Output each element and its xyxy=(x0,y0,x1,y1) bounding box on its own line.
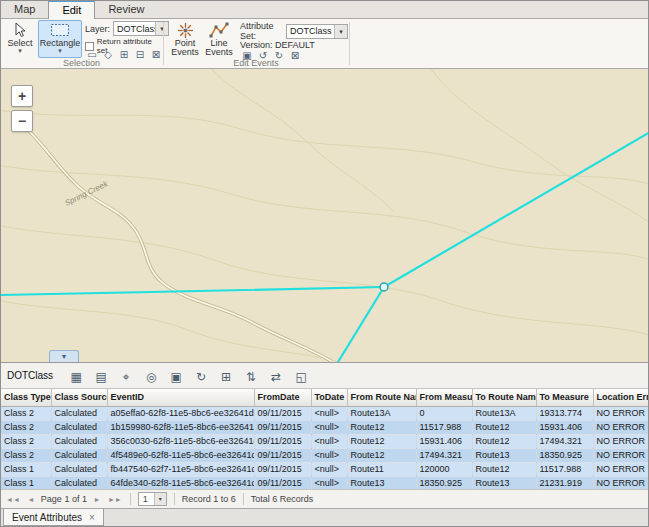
table-cell[interactable]: <null> xyxy=(311,406,347,420)
column-header[interactable]: Class Source xyxy=(51,389,107,406)
last-page-button[interactable]: ►► xyxy=(107,492,123,506)
table-row[interactable]: Class 2Calculated1b159980-62f8-11e5-8bc6… xyxy=(1,420,648,434)
table-cell[interactable]: 11517.988 xyxy=(536,462,593,476)
table-cell[interactable]: Class 2 xyxy=(1,434,51,448)
zoom-to-selection-icon[interactable]: ⌖ xyxy=(117,367,135,385)
table-cell[interactable]: 15931.406 xyxy=(416,434,472,448)
tab-edit[interactable]: Edit xyxy=(48,0,95,19)
table-cell[interactable]: Route12 xyxy=(472,462,536,476)
table-cell[interactable]: Route12 xyxy=(347,448,416,462)
column-header[interactable]: To Route Name xyxy=(472,389,536,406)
table-cell[interactable]: 17494.321 xyxy=(416,448,472,462)
route-line-south[interactable] xyxy=(338,287,384,362)
table-cell[interactable]: Route11 xyxy=(347,462,416,476)
column-header[interactable]: Location Error xyxy=(593,389,648,406)
table-cell[interactable]: 15931.406 xyxy=(536,420,593,434)
table-cell[interactable]: Class 1 xyxy=(1,462,51,476)
rectangle-select-button[interactable]: Rectangle ▾ xyxy=(38,20,82,58)
table-cell[interactable]: Route13A xyxy=(472,406,536,420)
table-cell[interactable]: Route12 xyxy=(347,420,416,434)
table-row[interactable]: Class 2Calculated356c0030-62f8-11e5-8bc6… xyxy=(1,434,648,448)
attribute-set-dropdown[interactable]: DOTClass ▾ xyxy=(286,24,348,39)
map-canvas[interactable]: Spring Creek + − ▼ xyxy=(1,69,648,362)
table-cell[interactable]: 09/11/2015 xyxy=(254,434,311,448)
table-cell[interactable]: 09/11/2015 xyxy=(254,476,311,490)
column-header[interactable]: EventID xyxy=(107,389,254,406)
column-header[interactable]: Class Type xyxy=(1,389,51,406)
table-cell[interactable]: 09/11/2015 xyxy=(254,448,311,462)
table-cell[interactable]: 4f5489e0-62f8-11e5-8bc6-ee32641d5ec9 xyxy=(107,448,254,462)
refresh-icon[interactable]: ↻ xyxy=(192,367,210,385)
table-cell[interactable]: Class 2 xyxy=(1,420,51,434)
column-header[interactable]: FromDate xyxy=(254,389,311,406)
table-cell[interactable]: <null> xyxy=(311,476,347,490)
table-cell[interactable]: 09/11/2015 xyxy=(254,420,311,434)
table-cell[interactable]: <null> xyxy=(311,420,347,434)
layer-dropdown[interactable]: DOTClass ▾ xyxy=(113,21,169,36)
tab-review[interactable]: Review xyxy=(95,1,157,18)
table-cell[interactable]: Route13 xyxy=(347,476,416,490)
table-cell[interactable]: NO ERROR xyxy=(593,420,648,434)
column-header[interactable]: From Route Name xyxy=(347,389,416,406)
column-header[interactable]: ToDate xyxy=(311,389,347,406)
table-cell[interactable]: NO ERROR xyxy=(593,476,648,490)
table-cell[interactable]: Calculated xyxy=(51,406,107,420)
table-cell[interactable]: fb447540-62f7-11e5-8bc6-ee32641d5ec9 xyxy=(107,462,254,476)
route-line-west[interactable] xyxy=(1,287,384,295)
table-cell[interactable]: 21231.919 xyxy=(536,476,593,490)
pan-to-selection-icon[interactable]: ◎ xyxy=(142,367,160,385)
table-cell[interactable]: Calculated xyxy=(51,462,107,476)
select-button[interactable]: Select ▾ xyxy=(4,20,36,58)
table-cell[interactable]: 356c0030-62f8-11e5-8bc6-ee32641d5ec9 xyxy=(107,434,254,448)
table-cell[interactable]: NO ERROR xyxy=(593,434,648,448)
table-cell[interactable]: 120000 xyxy=(416,462,472,476)
page-number-spinner[interactable]: 1 ▾ xyxy=(138,492,167,506)
table-cell[interactable]: <null> xyxy=(311,462,347,476)
table-cell[interactable]: Calculated xyxy=(51,448,107,462)
table-cell[interactable]: 11517.988 xyxy=(416,420,472,434)
table-cell[interactable]: 17494.321 xyxy=(536,434,593,448)
route-line-northeast[interactable] xyxy=(384,132,648,287)
table-cell[interactable]: 18350.925 xyxy=(536,448,593,462)
table-cell[interactable]: 09/11/2015 xyxy=(254,462,311,476)
table-row[interactable]: Class 1Calculatedfb447540-62f7-11e5-8bc6… xyxy=(1,462,648,476)
table-cell[interactable]: Calculated xyxy=(51,420,107,434)
previous-page-button[interactable]: ◄ xyxy=(24,492,38,506)
column-header[interactable]: To Measure xyxy=(536,389,593,406)
switch-view-icon[interactable]: ⇄ xyxy=(267,367,285,385)
table-cell[interactable]: 0 xyxy=(416,406,472,420)
panel-collapse-button[interactable]: ▼ xyxy=(49,350,79,362)
table-row[interactable]: Class 2Calculateda05effa0-62f8-11e5-8bc6… xyxy=(1,406,648,420)
table-cell[interactable]: 1b159980-62f8-11e5-8bc6-ee32641d5ec9 xyxy=(107,420,254,434)
table-cell[interactable]: Route12 xyxy=(472,434,536,448)
zoom-out-button[interactable]: − xyxy=(11,110,33,132)
table-cell[interactable]: NO ERROR xyxy=(593,462,648,476)
line-events-button[interactable]: Line Events xyxy=(203,20,235,58)
table-cell[interactable]: NO ERROR xyxy=(593,448,648,462)
table-cell[interactable]: Route12 xyxy=(472,420,536,434)
table-row[interactable]: Class 1Calculated64fde340-62f8-11e5-8bc6… xyxy=(1,476,648,490)
add-record-icon[interactable]: ⊞ xyxy=(217,367,235,385)
table-cell[interactable]: Route12 xyxy=(347,434,416,448)
table-cell[interactable]: Class 1 xyxy=(1,476,51,490)
route-junction-point[interactable] xyxy=(380,283,388,291)
table-cell[interactable]: Calculated xyxy=(51,434,107,448)
point-events-button[interactable]: Point Events xyxy=(169,20,201,58)
tab-map[interactable]: Map xyxy=(1,1,48,18)
expand-panel-icon[interactable]: ◱ xyxy=(292,367,310,385)
table-cell[interactable]: Route13A xyxy=(347,406,416,420)
table-cell[interactable]: Route13 xyxy=(472,476,536,490)
close-icon[interactable]: × xyxy=(89,512,95,523)
attribute-layer-tab[interactable]: DOTClass xyxy=(7,370,53,381)
next-page-button[interactable]: ► xyxy=(90,492,104,506)
table-cell[interactable]: 09/11/2015 xyxy=(254,406,311,420)
table-cell[interactable]: 18350.925 xyxy=(416,476,472,490)
table-cell[interactable]: <null> xyxy=(311,448,347,462)
show-selected-icon[interactable]: ▤ xyxy=(92,367,110,385)
table-grid-icon[interactable]: ▦ xyxy=(67,367,85,385)
table-cell[interactable]: NO ERROR xyxy=(593,406,648,420)
table-cell[interactable]: a05effa0-62f8-11e5-8bc6-ee32641d5ec9 xyxy=(107,406,254,420)
sort-icon[interactable]: ⇅ xyxy=(242,367,260,385)
table-cell[interactable]: 64fde340-62f8-11e5-8bc6-ee32641d5ec9 xyxy=(107,476,254,490)
column-header[interactable]: From Measure xyxy=(416,389,472,406)
